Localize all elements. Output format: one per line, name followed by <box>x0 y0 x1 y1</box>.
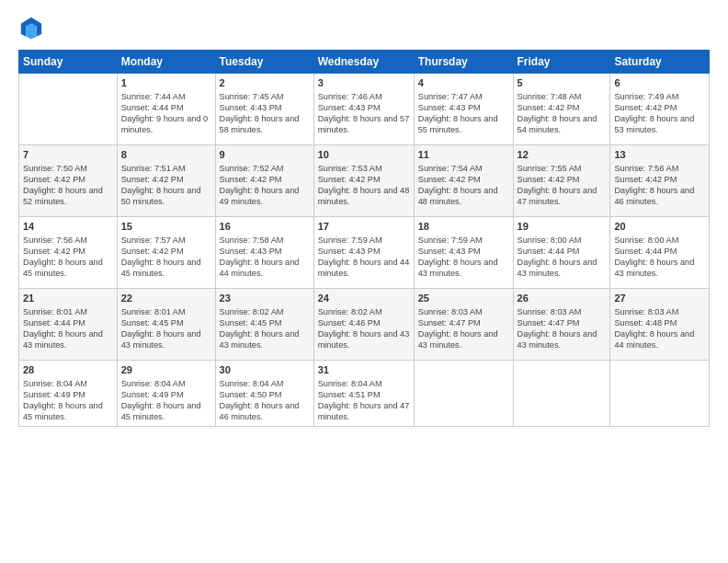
day-number: 18 <box>418 220 509 234</box>
day-number: 2 <box>220 76 310 90</box>
calendar-cell: 25Sunrise: 8:03 AM Sunset: 4:47 PM Dayli… <box>414 289 513 361</box>
day-number: 12 <box>518 148 607 162</box>
calendar-cell: 28Sunrise: 8:04 AM Sunset: 4:49 PM Dayli… <box>19 361 118 427</box>
calendar-cell: 29Sunrise: 8:04 AM Sunset: 4:49 PM Dayli… <box>117 361 215 427</box>
svg-marker-1 <box>26 24 36 40</box>
page: SundayMondayTuesdayWednesdayThursdayFrid… <box>0 0 728 563</box>
calendar-cell <box>414 361 513 427</box>
cell-data: Sunrise: 7:57 AM Sunset: 4:42 PM Dayligh… <box>121 235 211 280</box>
calendar-cell: 19Sunrise: 8:00 AM Sunset: 4:44 PM Dayli… <box>513 217 610 289</box>
calendar-cell: 8Sunrise: 7:51 AM Sunset: 4:42 PM Daylig… <box>117 145 215 217</box>
cell-data: Sunrise: 8:00 AM Sunset: 4:44 PM Dayligh… <box>518 235 607 280</box>
col-header-monday: Monday <box>117 51 215 74</box>
day-number: 31 <box>318 363 410 377</box>
week-row-0: 1Sunrise: 7:44 AM Sunset: 4:44 PM Daylig… <box>19 74 710 145</box>
calendar-cell: 3Sunrise: 7:46 AM Sunset: 4:43 PM Daylig… <box>313 74 414 145</box>
cell-data: Sunrise: 8:01 AM Sunset: 4:44 PM Dayligh… <box>23 306 113 351</box>
cell-data: Sunrise: 7:55 AM Sunset: 4:42 PM Dayligh… <box>518 163 607 208</box>
day-number: 5 <box>518 76 607 90</box>
cell-data: Sunrise: 7:54 AM Sunset: 4:42 PM Dayligh… <box>418 163 509 208</box>
cell-data: Sunrise: 7:52 AM Sunset: 4:42 PM Dayligh… <box>220 163 310 208</box>
logo <box>18 15 48 40</box>
day-number: 3 <box>318 76 410 90</box>
calendar-cell: 18Sunrise: 7:59 AM Sunset: 4:43 PM Dayli… <box>414 217 513 289</box>
week-row-3: 21Sunrise: 8:01 AM Sunset: 4:44 PM Dayli… <box>19 289 710 361</box>
calendar-cell: 26Sunrise: 8:03 AM Sunset: 4:47 PM Dayli… <box>513 289 610 361</box>
calendar-cell: 2Sunrise: 7:45 AM Sunset: 4:43 PM Daylig… <box>215 74 313 145</box>
cell-data: Sunrise: 8:02 AM Sunset: 4:46 PM Dayligh… <box>318 306 410 351</box>
cell-data: Sunrise: 7:49 AM Sunset: 4:42 PM Dayligh… <box>614 91 705 136</box>
col-header-saturday: Saturday <box>610 51 710 74</box>
cell-data: Sunrise: 7:47 AM Sunset: 4:43 PM Dayligh… <box>418 91 509 136</box>
cell-data: Sunrise: 8:03 AM Sunset: 4:48 PM Dayligh… <box>614 306 705 351</box>
calendar-table: SundayMondayTuesdayWednesdayThursdayFrid… <box>18 50 710 427</box>
calendar-cell: 7Sunrise: 7:50 AM Sunset: 4:42 PM Daylig… <box>19 145 118 217</box>
calendar-cell: 13Sunrise: 7:56 AM Sunset: 4:42 PM Dayli… <box>610 145 710 217</box>
cell-data: Sunrise: 8:00 AM Sunset: 4:44 PM Dayligh… <box>614 235 705 280</box>
day-number: 20 <box>614 220 705 234</box>
cell-data: Sunrise: 8:03 AM Sunset: 4:47 PM Dayligh… <box>418 306 509 351</box>
calendar-cell: 10Sunrise: 7:53 AM Sunset: 4:42 PM Dayli… <box>313 145 414 217</box>
day-number: 10 <box>318 148 410 162</box>
cell-data: Sunrise: 7:56 AM Sunset: 4:42 PM Dayligh… <box>23 235 113 280</box>
day-number: 13 <box>614 148 705 162</box>
calendar-cell: 1Sunrise: 7:44 AM Sunset: 4:44 PM Daylig… <box>117 74 215 145</box>
cell-data: Sunrise: 7:51 AM Sunset: 4:42 PM Dayligh… <box>121 163 211 208</box>
week-row-1: 7Sunrise: 7:50 AM Sunset: 4:42 PM Daylig… <box>19 145 710 217</box>
day-number: 29 <box>121 363 211 377</box>
calendar-cell: 27Sunrise: 8:03 AM Sunset: 4:48 PM Dayli… <box>610 289 710 361</box>
cell-data: Sunrise: 8:02 AM Sunset: 4:45 PM Dayligh… <box>220 306 310 351</box>
cell-data: Sunrise: 8:03 AM Sunset: 4:47 PM Dayligh… <box>518 306 607 351</box>
cell-data: Sunrise: 8:04 AM Sunset: 4:49 PM Dayligh… <box>121 378 211 423</box>
cell-data: Sunrise: 7:45 AM Sunset: 4:43 PM Dayligh… <box>220 91 310 136</box>
calendar-cell <box>610 361 710 427</box>
calendar-cell <box>19 74 118 145</box>
day-number: 26 <box>518 292 607 305</box>
cell-data: Sunrise: 7:46 AM Sunset: 4:43 PM Dayligh… <box>318 91 410 136</box>
day-number: 4 <box>418 76 509 90</box>
cell-data: Sunrise: 7:56 AM Sunset: 4:42 PM Dayligh… <box>614 163 705 208</box>
calendar-cell: 22Sunrise: 8:01 AM Sunset: 4:45 PM Dayli… <box>117 289 215 361</box>
logo-icon <box>18 15 44 40</box>
cell-data: Sunrise: 8:04 AM Sunset: 4:49 PM Dayligh… <box>23 378 113 423</box>
cell-data: Sunrise: 8:01 AM Sunset: 4:45 PM Dayligh… <box>121 306 211 351</box>
week-row-4: 28Sunrise: 8:04 AM Sunset: 4:49 PM Dayli… <box>19 361 710 427</box>
header <box>18 15 710 40</box>
cell-data: Sunrise: 7:44 AM Sunset: 4:44 PM Dayligh… <box>121 91 211 136</box>
calendar-cell: 24Sunrise: 8:02 AM Sunset: 4:46 PM Dayli… <box>313 289 414 361</box>
calendar-cell: 21Sunrise: 8:01 AM Sunset: 4:44 PM Dayli… <box>19 289 118 361</box>
day-number: 16 <box>220 220 310 234</box>
day-number: 7 <box>23 148 113 162</box>
calendar-cell: 31Sunrise: 8:04 AM Sunset: 4:51 PM Dayli… <box>313 361 414 427</box>
cell-data: Sunrise: 8:04 AM Sunset: 4:51 PM Dayligh… <box>318 378 410 423</box>
day-number: 1 <box>121 76 211 90</box>
header-row: SundayMondayTuesdayWednesdayThursdayFrid… <box>19 51 710 74</box>
calendar-cell: 23Sunrise: 8:02 AM Sunset: 4:45 PM Dayli… <box>215 289 313 361</box>
calendar-cell: 9Sunrise: 7:52 AM Sunset: 4:42 PM Daylig… <box>215 145 313 217</box>
week-row-2: 14Sunrise: 7:56 AM Sunset: 4:42 PM Dayli… <box>19 217 710 289</box>
cell-data: Sunrise: 7:59 AM Sunset: 4:43 PM Dayligh… <box>318 235 410 280</box>
calendar-cell: 12Sunrise: 7:55 AM Sunset: 4:42 PM Dayli… <box>513 145 610 217</box>
col-header-friday: Friday <box>513 51 610 74</box>
calendar-cell: 16Sunrise: 7:58 AM Sunset: 4:43 PM Dayli… <box>215 217 313 289</box>
col-header-wednesday: Wednesday <box>313 51 414 74</box>
day-number: 19 <box>518 220 607 234</box>
calendar-cell: 30Sunrise: 8:04 AM Sunset: 4:50 PM Dayli… <box>215 361 313 427</box>
day-number: 25 <box>418 292 509 305</box>
day-number: 6 <box>614 76 705 90</box>
day-number: 24 <box>318 292 410 305</box>
day-number: 14 <box>23 220 113 234</box>
day-number: 28 <box>23 363 113 377</box>
day-number: 17 <box>318 220 410 234</box>
col-header-thursday: Thursday <box>414 51 513 74</box>
cell-data: Sunrise: 8:04 AM Sunset: 4:50 PM Dayligh… <box>220 378 310 423</box>
day-number: 22 <box>121 292 211 305</box>
day-number: 30 <box>220 363 310 377</box>
calendar-cell: 17Sunrise: 7:59 AM Sunset: 4:43 PM Dayli… <box>313 217 414 289</box>
cell-data: Sunrise: 7:48 AM Sunset: 4:42 PM Dayligh… <box>518 91 607 136</box>
calendar-cell: 11Sunrise: 7:54 AM Sunset: 4:42 PM Dayli… <box>414 145 513 217</box>
day-number: 8 <box>121 148 211 162</box>
cell-data: Sunrise: 7:58 AM Sunset: 4:43 PM Dayligh… <box>220 235 310 280</box>
day-number: 11 <box>418 148 509 162</box>
day-number: 27 <box>614 292 705 305</box>
